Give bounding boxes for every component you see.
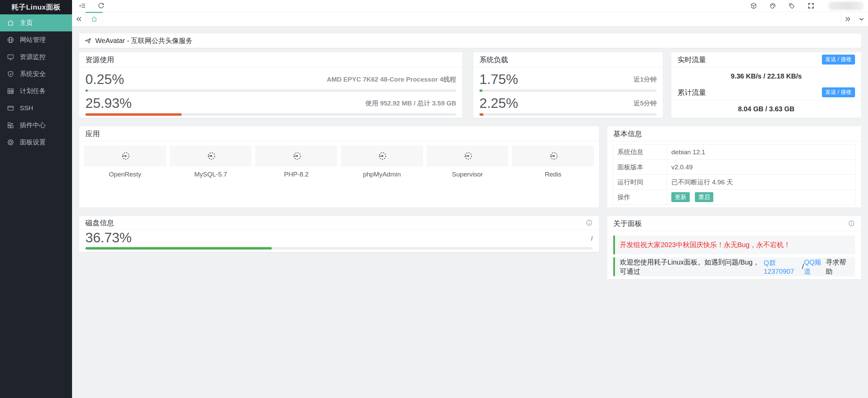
app-item-redis[interactable]: Redis (512, 145, 594, 178)
card-title: 应用 (85, 129, 100, 139)
cpu-label: AMD EPYC 7K62 48-Core Processor 4线程 (327, 75, 456, 86)
sidebar-item-label: 计划任务 (20, 87, 46, 96)
apps-card: 应用 OpenResty MySQL-5.7 (79, 126, 599, 208)
sidebar-menu: 主页 网站管理 资源监控 系统安全 计划任务 (0, 14, 72, 151)
resource-usage-card: 资源使用 0.25% AMD EPYC 7K62 48-Core Process… (79, 52, 462, 118)
sidebar-item-label: 网站管理 (20, 35, 46, 44)
holiday-notice: 开发组祝大家2023中秋国庆快乐！永无Bug，永不宕机！ (613, 236, 855, 254)
memory-progress-bar (85, 113, 456, 116)
info-label-uptime: 运行时间 (613, 175, 667, 190)
broken-image-placeholder-icon (119, 150, 131, 162)
announcement-text: WeAvatar - 互联网公共头像服务 (95, 36, 193, 45)
table-row: 运行时间 已不间断运行 4.96 天 (613, 175, 856, 190)
disk-progress-bar (85, 247, 593, 250)
cpu-progress-bar (85, 89, 456, 92)
app-item-mysql[interactable]: MySQL-5.7 (170, 145, 252, 178)
realtime-send-receive-badge[interactable]: 发送 / 接收 (822, 55, 855, 65)
broken-image-placeholder-icon (376, 150, 388, 162)
memory-label: 使用 952.92 MB / 总计 3.59 GB (365, 99, 456, 110)
tabs-scroll-left-button[interactable] (72, 12, 86, 26)
sidebar-item-label: SSH (20, 104, 33, 112)
fullscreen-icon[interactable] (807, 2, 815, 10)
tabs-scroll-right-button[interactable] (841, 12, 854, 26)
sidebar-item-home[interactable]: 主页 (0, 14, 72, 31)
welcome-text-suffix: 寻求帮助 (826, 258, 850, 276)
table-row: 系统信息 debian 12.1 (613, 145, 856, 160)
app-tile (426, 145, 509, 167)
load5-progress-bar (479, 113, 657, 116)
basic-info-table: 系统信息 debian 12.1 面板版本 v2.0.49 运行时间 已不间断运… (613, 144, 856, 205)
info-label-os: 系统信息 (613, 145, 667, 160)
app-tile (170, 145, 252, 167)
tabbar-spacer (103, 12, 841, 26)
info-label-actions: 操作 (613, 190, 667, 205)
dashboard-content: WeAvatar - 互联网公共头像服务 资源使用 0.25% AMD EPYC… (72, 27, 868, 279)
package-cube-icon[interactable] (750, 2, 757, 10)
app-label: phpMyAdmin (341, 171, 423, 178)
app-item-phpmyadmin[interactable]: phpMyAdmin (341, 145, 423, 178)
about-panel-card: 关于面板 开发组祝大家2023中秋国庆快乐！永无Bug，永不宕机！ 欢迎您使用耗… (607, 216, 861, 279)
table-row: 面板版本 v2.0.49 (613, 160, 856, 175)
shield-check-icon (6, 70, 15, 78)
app-item-openresty[interactable]: OpenResty (84, 145, 166, 178)
load1-progress-bar (479, 89, 657, 92)
card-title: 关于面板 (613, 219, 642, 228)
total-send-receive-badge[interactable]: 发送 / 接收 (822, 87, 855, 97)
sidebar-item-monitor[interactable]: 资源监控 (0, 48, 72, 66)
sidebar-item-security[interactable]: 系统安全 (0, 66, 72, 83)
memory-usage-value: 25.93% (85, 96, 132, 110)
update-button[interactable]: 更新 (671, 192, 690, 202)
sidebar-item-ssh[interactable]: SSH (0, 100, 72, 117)
load5-value: 2.25% (479, 96, 518, 110)
tab-home[interactable] (86, 12, 103, 26)
realtime-traffic-value: 9.36 KB/s / 22.18 KB/s (671, 67, 861, 85)
sidebar-item-label: 资源监控 (20, 53, 46, 61)
home-icon (6, 19, 15, 27)
sidebar-item-label: 插件中心 (20, 121, 46, 130)
load5-label: 近5分钟 (633, 99, 657, 110)
tabs-menu-chevron-down[interactable] (854, 12, 868, 26)
app-title: 耗子Linux面板 (0, 0, 72, 14)
app-tile (341, 145, 423, 167)
theme-palette-icon[interactable] (769, 2, 776, 10)
sidebar-item-plugins[interactable]: 插件中心 (0, 117, 72, 134)
card-title: 资源使用 (85, 55, 114, 65)
collapse-sidebar-icon[interactable] (79, 2, 86, 10)
home-tab-icon (90, 15, 98, 23)
qq-channel-link[interactable]: QQ频道 (804, 258, 826, 276)
refresh-icon[interactable] (97, 2, 105, 10)
app-label: Redis (512, 171, 594, 178)
broken-image-placeholder-icon (461, 150, 474, 162)
tag-icon[interactable] (788, 2, 796, 10)
traffic-card: 实时流量 发送 / 接收 9.36 KB/s / 22.18 KB/s 累计流量… (671, 52, 861, 118)
topbar (72, 0, 868, 12)
info-circle-icon[interactable] (586, 219, 593, 226)
load1-progress-fill (479, 89, 482, 92)
system-load-card: 系统负载 1.75% 近1分钟 2.25% 近5分钟 (473, 52, 663, 118)
welcome-text-prefix: 欢迎您使用耗子Linux面板。如遇到问题/Bug，可通过 (620, 258, 764, 276)
broken-image-placeholder-icon (290, 150, 303, 162)
disk-mount-point: / (591, 235, 593, 244)
load1-value: 1.75% (479, 72, 518, 86)
sidebar-item-settings[interactable]: 面板设置 (0, 134, 72, 151)
app-item-supervisor[interactable]: Supervisor (426, 145, 509, 178)
welcome-notice: 欢迎您使用耗子Linux面板。如遇到问题/Bug，可通过 Q群12370907 … (613, 257, 855, 276)
restart-button[interactable]: 重启 (695, 192, 713, 202)
app-label: PHP-8.2 (255, 171, 337, 178)
app-tile (84, 145, 166, 167)
total-traffic-title: 累计流量 (677, 88, 706, 97)
sidebar-item-cron[interactable]: 计划任务 (0, 83, 72, 100)
app-item-php[interactable]: PHP-8.2 (255, 145, 337, 178)
basic-info-card: 基本信息 系统信息 debian 12.1 面板版本 v2.0.49 (607, 126, 861, 208)
sidebar-item-websites[interactable]: 网站管理 (0, 31, 72, 48)
tabbar (72, 12, 868, 27)
info-circle-icon[interactable] (848, 220, 855, 227)
holiday-notice-text: 开发组祝大家2023中秋国庆快乐！永无Bug，永不宕机！ (620, 240, 790, 250)
disk-usage-value: 36.73% (85, 231, 132, 244)
qq-group-link[interactable]: Q群12370907 (764, 258, 802, 275)
user-menu-redacted[interactable] (828, 2, 864, 10)
info-value-uptime: 已不间断运行 4.96 天 (667, 175, 856, 190)
load1-label: 近1分钟 (633, 75, 657, 86)
announcement-banner[interactable]: WeAvatar - 互联网公共头像服务 (79, 33, 861, 48)
card-title: 磁盘信息 (85, 218, 114, 228)
